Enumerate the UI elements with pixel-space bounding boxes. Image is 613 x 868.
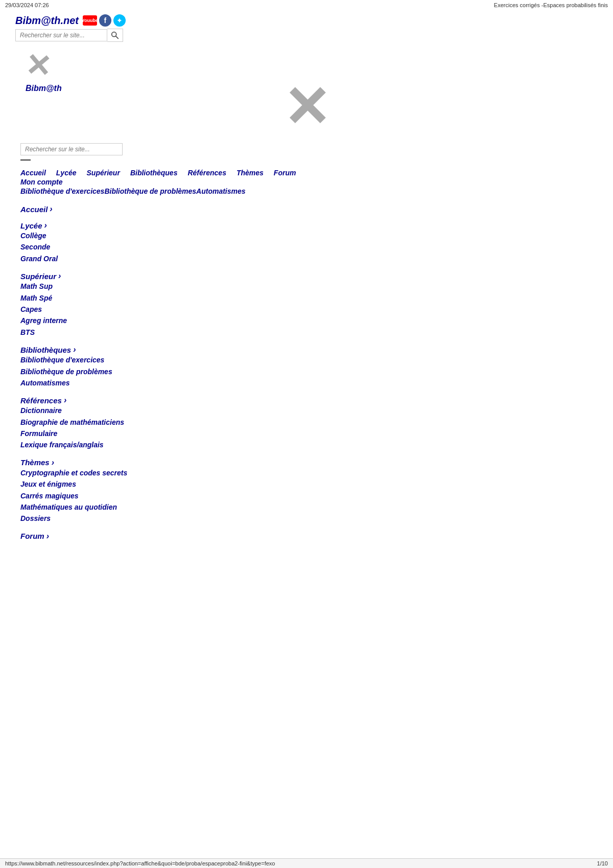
bottom-bar: https://www.bibmath.net/ressources/index… <box>0 858 613 868</box>
menu-separator-1 <box>20 159 31 161</box>
header: Bibm@th.net Youube f ✦ <box>0 10 613 46</box>
section-lycee: Lycée › Collège Seconde Grand Oral <box>20 221 593 264</box>
sub-college[interactable]: Collège <box>20 230 593 241</box>
nav-menu: Accueil Lycée Supérieur Bibliothèques Ré… <box>0 165 613 199</box>
logo-area: ✕ Bibm@th <box>15 46 613 138</box>
lycee-label: Lycée <box>20 221 42 230</box>
youtube-icon[interactable]: Youube <box>83 15 97 26</box>
superieur-label: Supérieur <box>20 272 56 281</box>
section-accueil-title[interactable]: Accueil › <box>20 204 593 214</box>
social-icons: Youube f ✦ <box>83 14 126 27</box>
section-bibliotheques-title[interactable]: Bibliothèques › <box>20 345 593 354</box>
nav-references[interactable]: Références <box>187 169 226 177</box>
search-input-2[interactable] <box>20 143 123 155</box>
sub-bts[interactable]: BTS <box>20 327 593 338</box>
nav-bib-exercices[interactable]: Bibliothèque d'exercices <box>20 187 104 195</box>
superieur-chevron: › <box>58 271 61 281</box>
section-superieur: Supérieur › Math Sup Math Spé Capes Agre… <box>20 271 593 338</box>
references-chevron: › <box>64 396 66 405</box>
menu-toggle[interactable] <box>0 155 613 165</box>
page-number: 1/10 <box>597 860 608 866</box>
nav-second-row: Bibliothèque d'exercices Bibliothèque de… <box>20 187 593 195</box>
sub-math-sup[interactable]: Math Sup <box>20 281 593 292</box>
sub-biographie[interactable]: Biographie de mathématiciens <box>20 417 593 428</box>
nav-bib-problemes[interactable]: Bibliothèque de problèmes <box>104 187 196 195</box>
nav-bibliotheques[interactable]: Bibliothèques <box>130 169 178 177</box>
section-references-title[interactable]: Références › <box>20 396 593 405</box>
header-row1: Bibm@th.net Youube f ✦ <box>15 14 598 27</box>
search-button[interactable] <box>107 29 123 42</box>
sub-bib-exercices[interactable]: Bibliothèque d'exercices <box>20 354 593 366</box>
page-title: Exercices corrigés -Espaces probabilisés… <box>494 2 608 8</box>
accueil-label: Accueil <box>20 205 48 214</box>
section-accueil: Accueil › <box>20 204 593 214</box>
sub-carres-magiques[interactable]: Carrés magiques <box>20 490 593 501</box>
nav-forum[interactable]: Forum <box>274 169 296 177</box>
sub-grand-oral[interactable]: Grand Oral <box>20 253 593 264</box>
nav-lycee[interactable]: Lycée <box>56 169 77 177</box>
section-forum: Forum › <box>20 532 593 541</box>
nav-automatismes[interactable]: Automatismes <box>196 187 245 195</box>
sub-dossiers[interactable]: Dossiers <box>20 513 593 524</box>
section-forum-title[interactable]: Forum › <box>20 532 593 541</box>
section-bibliotheques: Bibliothèques › Bibliothèque d'exercices… <box>20 345 593 389</box>
sidebar-nav: Accueil › Lycée › Collège Seconde Grand … <box>0 199 613 553</box>
sub-bib-problemes[interactable]: Bibliothèque de problèmes <box>20 366 593 377</box>
section-superieur-title[interactable]: Supérieur › <box>20 271 593 281</box>
nav-mon-compte-row: Mon compte <box>20 178 593 186</box>
search-bar-2 <box>0 143 613 155</box>
sub-dictionnaire[interactable]: Dictionnaire <box>20 405 593 416</box>
nav-horizontal: Accueil Lycée Supérieur Bibliothèques Ré… <box>20 169 593 177</box>
lycee-chevron: › <box>44 221 47 230</box>
bottom-url[interactable]: https://www.bibmath.net/ressources/index… <box>5 860 275 866</box>
references-label: Références <box>20 396 62 405</box>
small-x-container: ✕ Bibm@th <box>26 51 62 93</box>
svg-line-1 <box>116 36 119 39</box>
sub-maths-quotidien[interactable]: Mathématiques au quotidien <box>20 501 593 513</box>
top-bar: 29/03/2024 07:26 Exercices corrigés -Esp… <box>0 0 613 10</box>
themes-chevron: › <box>52 458 54 467</box>
sub-cryptographie[interactable]: Cryptographie et codes secrets <box>20 467 593 478</box>
facebook-icon[interactable]: f <box>99 14 111 27</box>
search-input[interactable] <box>15 29 107 41</box>
star-icon[interactable]: ✦ <box>113 14 126 27</box>
sub-lexique[interactable]: Lexique français/anglais <box>20 439 593 450</box>
site-name[interactable]: Bibm@th.net <box>15 15 79 27</box>
date-label: 29/03/2024 07:26 <box>5 2 49 8</box>
search-icon <box>110 31 120 40</box>
nav-themes[interactable]: Thèmes <box>237 169 264 177</box>
nav-accueil[interactable]: Accueil <box>20 169 46 177</box>
nav-superieur[interactable]: Supérieur <box>87 169 120 177</box>
section-themes-title[interactable]: Thèmes › <box>20 458 593 467</box>
bibliotheques-label: Bibliothèques <box>20 346 71 354</box>
bibmath-label: Bibm@th <box>26 84 62 93</box>
themes-label: Thèmes <box>20 458 50 467</box>
sub-automatismes[interactable]: Automatismes <box>20 377 593 389</box>
accueil-chevron: › <box>50 204 52 214</box>
forum-label: Forum <box>20 532 44 540</box>
forum-chevron: › <box>46 532 49 541</box>
sub-seconde[interactable]: Seconde <box>20 241 593 253</box>
small-x-icon: ✕ <box>25 50 63 83</box>
sub-capes[interactable]: Capes <box>20 304 593 315</box>
section-lycee-title[interactable]: Lycée › <box>20 221 593 230</box>
sub-math-spe[interactable]: Math Spé <box>20 292 593 304</box>
section-themes: Thèmes › Cryptographie et codes secrets … <box>20 458 593 524</box>
sub-agreg-interne[interactable]: Agreg interne <box>20 315 593 326</box>
sub-formulaire[interactable]: Formulaire <box>20 428 593 439</box>
sub-jeux[interactable]: Jeux et énigmes <box>20 478 593 490</box>
bibliotheques-chevron: › <box>73 345 76 354</box>
section-references: Références › Dictionnaire Biographie de … <box>20 396 593 451</box>
nav-mon-compte[interactable]: Mon compte <box>20 178 62 186</box>
search-bar <box>15 29 598 42</box>
